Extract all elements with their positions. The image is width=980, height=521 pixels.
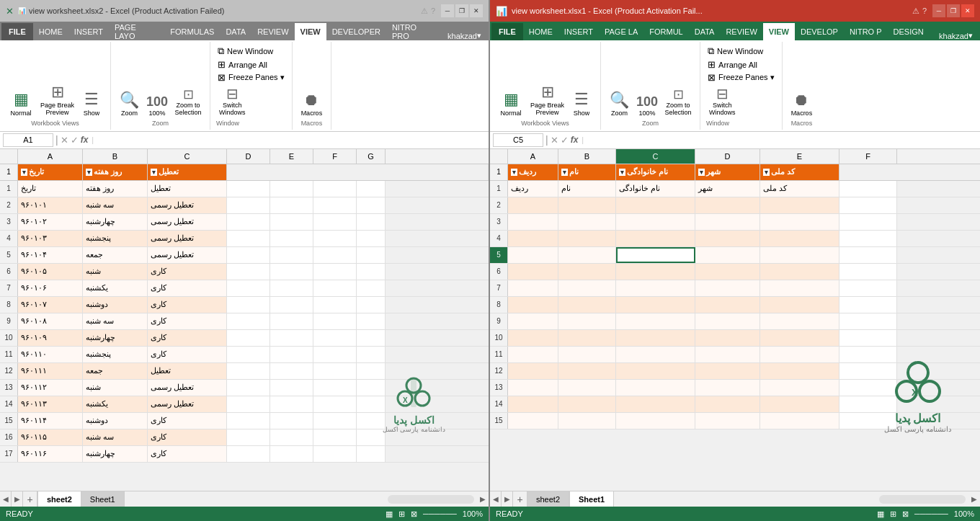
left-cell-r7c3[interactable]	[227, 280, 270, 296]
right-tab-developer[interactable]: DEVELOP	[795, 23, 844, 40]
left-cell-r17c5[interactable]	[313, 446, 357, 462]
right-cell-r6c4[interactable]	[760, 264, 839, 280]
left-cell-r17c0[interactable]: ۹۶۰۱۱۶	[18, 446, 83, 462]
left-cell-r9c3[interactable]	[227, 313, 270, 329]
right-cell-r12c2[interactable]	[616, 363, 695, 379]
right-cell-r4c4[interactable]	[760, 231, 839, 246]
right-cell-r4c0[interactable]	[508, 231, 558, 246]
right-new-window-btn[interactable]: ⧉New Window	[706, 45, 776, 58]
left-cell-r8c5[interactable]	[313, 297, 357, 313]
left-cell-r10c4[interactable]	[270, 330, 313, 346]
left-col-B[interactable]: B	[83, 149, 148, 164]
left-cell-r14c1[interactable]: یکشنبه	[83, 396, 148, 412]
left-cell-r1c0[interactable]: تاریخ	[18, 181, 83, 197]
left-filter-A[interactable]: ▾	[21, 169, 27, 176]
left-cell-r9c2[interactable]: کاری	[148, 313, 227, 329]
right-filter-E[interactable]: ▾	[763, 169, 770, 176]
left-cell-r1c1[interactable]: روز هفته	[83, 181, 148, 197]
right-col-E[interactable]: E	[760, 149, 839, 164]
right-cell-r10c1[interactable]	[558, 330, 616, 346]
left-show-btn[interactable]: ☰ Show	[79, 89, 104, 118]
right-cell-r3c1[interactable]	[558, 214, 616, 230]
right-cell-r10c4[interactable]	[760, 330, 839, 346]
left-cell-r14c0[interactable]: ۹۶۰۱۱۳	[18, 396, 83, 412]
left-cell-r8c2[interactable]: کاری	[148, 297, 227, 313]
right-tab-design[interactable]: DESIGN	[888, 23, 930, 40]
right-tab-home[interactable]: HOME	[523, 23, 558, 40]
left-cell-r3c1[interactable]: چهارشنبه	[83, 214, 148, 230]
left-cell-r14c5[interactable]	[313, 396, 357, 412]
right-cell-r11c4[interactable]	[760, 347, 839, 362]
right-cell-r7c1[interactable]	[558, 280, 616, 296]
left-cell-r6c0[interactable]: ۹۶۰۱۰۵	[18, 264, 83, 280]
right-cell-r6c5[interactable]	[839, 264, 897, 280]
left-formula-input[interactable]	[97, 135, 486, 144]
right-cell-r9c5[interactable]	[839, 313, 897, 329]
left-cell-r1c6[interactable]	[357, 181, 386, 197]
right-cell-r2c3[interactable]	[695, 197, 760, 213]
right-col-C[interactable]: C	[616, 149, 695, 164]
left-tab-formulas[interactable]: FORMULAS	[164, 23, 220, 40]
right-tab-view[interactable]: VIEW	[763, 23, 795, 40]
right-filter-D[interactable]: ▾	[698, 169, 705, 176]
left-macros-btn[interactable]: ⏺ Macros	[298, 89, 326, 118]
left-formula-cancel[interactable]: ✕	[61, 135, 68, 146]
right-cell-r9c2[interactable]	[616, 313, 695, 329]
right-close-btn[interactable]: ✕	[961, 4, 974, 17]
left-cell-r7c4[interactable]	[270, 280, 313, 296]
right-filter-B[interactable]: ▾	[561, 169, 568, 176]
right-arrange-all-btn[interactable]: ⊞Arrange All	[706, 58, 776, 71]
left-cell-r3c0[interactable]: ۹۶۰۱۰۲	[18, 214, 83, 230]
left-cell-r6c6[interactable]	[357, 264, 386, 280]
left-cell-r11c0[interactable]: ۹۶۰۱۱۰	[18, 347, 83, 362]
right-cell-r5c0[interactable]	[508, 247, 558, 263]
left-cell-r5c2[interactable]: تعطیل رسمی	[148, 247, 227, 263]
left-cell-r17c6[interactable]	[357, 446, 386, 462]
right-cell-r6c3[interactable]	[695, 264, 760, 280]
left-filter-C[interactable]: ▾	[151, 169, 157, 176]
left-col-E[interactable]: E	[270, 149, 313, 164]
left-view-pagebreak[interactable]: ⊠	[411, 509, 417, 519]
right-col-D[interactable]: D	[695, 149, 760, 164]
right-restore-btn[interactable]: ❐	[947, 4, 960, 17]
right-col-F[interactable]: F	[839, 149, 897, 164]
left-cell-r5c1[interactable]: جمعه	[83, 247, 148, 263]
right-col-A[interactable]: A	[508, 149, 558, 164]
left-cell-r4c6[interactable]	[357, 231, 386, 246]
right-cell-r1c5[interactable]	[839, 181, 897, 197]
left-cell-r3c2[interactable]: تعطیل رسمی	[148, 214, 227, 230]
left-view-layout[interactable]: ⊞	[398, 509, 405, 519]
left-cell-r13c5[interactable]	[313, 380, 357, 396]
right-cell-r10c3[interactable]	[695, 330, 760, 346]
left-cell-r7c5[interactable]	[313, 280, 357, 296]
left-cell-r12c3[interactable]	[227, 363, 270, 379]
left-cell-r2c1[interactable]: سه شنبه	[83, 197, 148, 213]
left-cell-r12c0[interactable]: ۹۶۰۱۱۱	[18, 363, 83, 379]
left-cell-r2c0[interactable]: ۹۶۰۱۰۱	[18, 197, 83, 213]
left-cell-r11c1[interactable]: پنجشنبه	[83, 347, 148, 362]
right-cell-r2c5[interactable]	[839, 197, 897, 213]
right-cell-r11c2[interactable]	[616, 347, 695, 362]
left-cell-r15c5[interactable]	[313, 413, 357, 429]
left-cell-r12c4[interactable]	[270, 363, 313, 379]
left-view-normal[interactable]: ▦	[386, 509, 393, 519]
left-cell-r9c0[interactable]: ۹۶۰۱۰۸	[18, 313, 83, 329]
right-filter-A[interactable]: ▾	[511, 169, 517, 176]
right-cell-r10c2[interactable]	[616, 330, 695, 346]
right-cell-r3c4[interactable]	[760, 214, 839, 230]
right-cell-r15c0[interactable]	[508, 413, 558, 429]
left-tab-insert[interactable]: INSERT	[68, 23, 109, 40]
left-filter-B[interactable]: ▾	[86, 169, 92, 176]
left-cell-r3c5[interactable]	[313, 214, 357, 230]
left-cell-r4c0[interactable]: ۹۶۰۱۰۳	[18, 231, 83, 246]
left-cell-r4c4[interactable]	[270, 231, 313, 246]
right-view-pagebreak[interactable]: ⊠	[902, 509, 909, 519]
left-cell-r6c4[interactable]	[270, 264, 313, 280]
right-view-layout[interactable]: ⊞	[890, 509, 896, 519]
left-cell-r16c5[interactable]	[313, 429, 357, 445]
right-cell-r10c5[interactable]	[839, 330, 897, 346]
left-cell-r16c4[interactable]	[270, 429, 313, 445]
left-cell-r16c2[interactable]: کاری	[148, 429, 227, 445]
left-cell-r14c3[interactable]	[227, 396, 270, 412]
left-cell-r2c5[interactable]	[313, 197, 357, 213]
